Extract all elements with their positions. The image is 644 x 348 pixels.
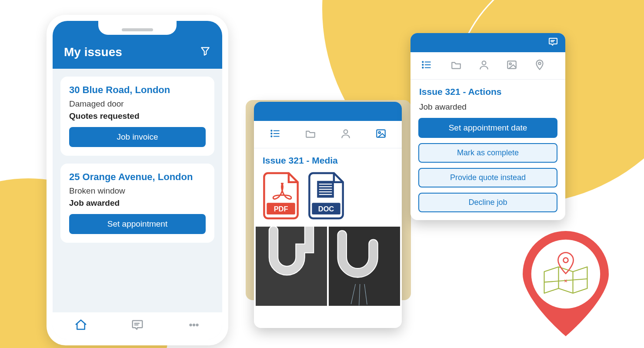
svg-point-2	[190, 324, 192, 326]
panel-title: Issue 321 - Actions	[410, 80, 565, 101]
set-appointment-date-button[interactable]: Set appointment date	[418, 118, 557, 138]
tab-location-icon[interactable]	[531, 57, 548, 74]
svg-rect-12	[377, 130, 385, 137]
tab-list-icon[interactable]	[267, 126, 284, 143]
media-thumbnail[interactable]	[256, 227, 327, 306]
svg-point-11	[344, 130, 347, 134]
tab-media-icon[interactable]	[504, 57, 520, 74]
svg-rect-38	[507, 61, 516, 68]
tab-bar	[254, 121, 402, 148]
svg-point-4	[197, 324, 198, 326]
provide-quote-button[interactable]: Provide quote instead	[418, 168, 557, 187]
issue-description: Damaged door	[69, 99, 206, 109]
actions-panel: Issue 321 - Actions Job awarded Set appo…	[410, 33, 565, 220]
tab-profile-icon[interactable]	[337, 126, 354, 143]
svg-point-13	[378, 132, 380, 134]
tab-folder-icon[interactable]	[302, 126, 319, 143]
phone-mock: My issues 30 Blue Road, London Damaged d…	[47, 15, 228, 345]
more-icon[interactable]	[187, 318, 200, 333]
phone-notch	[98, 21, 177, 35]
svg-point-7	[271, 136, 272, 137]
bottom-nav	[53, 312, 222, 339]
media-panel: Issue 321 - Media PDF DOC	[254, 102, 402, 328]
issue-card[interactable]: 30 Blue Road, London Damaged door Quotes…	[60, 77, 214, 156]
issue-address: 30 Blue Road, London	[69, 84, 206, 96]
svg-text:DOC: DOC	[318, 205, 334, 213]
svg-point-31	[422, 61, 423, 62]
tab-profile-icon[interactable]	[476, 57, 492, 74]
svg-point-6	[271, 133, 272, 134]
issue-address: 25 Orange Avenue, London	[69, 171, 206, 183]
issue-description: Broken window	[69, 186, 206, 196]
chat-icon[interactable]	[548, 37, 558, 49]
pdf-file-icon[interactable]: PDF	[263, 172, 302, 221]
set-appointment-button[interactable]: Set appointment	[69, 214, 206, 234]
panel-title: Issue 321 - Media	[254, 148, 402, 170]
svg-point-40	[538, 62, 541, 64]
home-icon[interactable]	[74, 318, 87, 333]
tab-bar	[410, 52, 565, 80]
tab-list-icon[interactable]	[418, 57, 435, 74]
media-thumbnail[interactable]	[329, 227, 400, 306]
svg-point-37	[482, 61, 486, 65]
issue-status: Job awarded	[410, 101, 565, 118]
issue-status: Job awarded	[69, 198, 206, 208]
tab-folder-icon[interactable]	[448, 57, 464, 74]
decline-job-button[interactable]: Decline job	[418, 193, 557, 212]
tab-media-icon[interactable]	[373, 126, 389, 143]
filter-icon[interactable]	[200, 46, 211, 59]
svg-point-33	[422, 67, 423, 68]
svg-point-32	[422, 64, 423, 65]
page-title: My issues	[64, 45, 122, 59]
job-invoice-button[interactable]: Job invoice	[69, 127, 206, 147]
map-location-badge: ×	[518, 226, 614, 339]
svg-text:×: ×	[564, 278, 567, 284]
issue-card[interactable]: 25 Orange Avenue, London Broken window J…	[60, 164, 214, 243]
doc-file-icon[interactable]: DOC	[308, 172, 347, 221]
svg-point-5	[271, 130, 272, 131]
mark-complete-button[interactable]: Mark as complete	[418, 143, 557, 163]
svg-point-3	[193, 324, 195, 326]
svg-text:PDF: PDF	[274, 205, 288, 213]
svg-point-39	[510, 63, 511, 65]
issue-status: Quotes requested	[69, 111, 206, 121]
chat-icon[interactable]	[131, 318, 144, 333]
